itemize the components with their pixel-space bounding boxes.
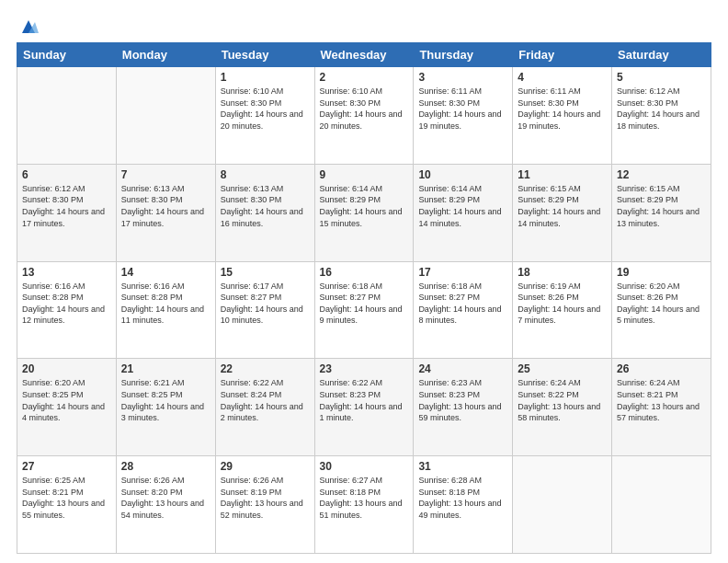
calendar-week-3: 13Sunrise: 6:16 AM Sunset: 8:28 PM Dayli…: [17, 261, 711, 359]
day-number: 30: [320, 460, 409, 473]
day-number: 6: [22, 168, 111, 181]
day-number: 29: [221, 460, 310, 473]
day-info: Sunrise: 6:20 AM Sunset: 8:26 PM Dayligh…: [617, 281, 706, 327]
day-info: Sunrise: 6:14 AM Sunset: 8:29 PM Dayligh…: [320, 183, 409, 229]
calendar-day: 24Sunrise: 6:23 AM Sunset: 8:23 PM Dayli…: [414, 359, 513, 456]
day-header-monday: Monday: [116, 43, 215, 67]
logo-text: [17, 17, 39, 39]
day-info: Sunrise: 6:10 AM Sunset: 8:30 PM Dayligh…: [221, 86, 310, 132]
day-number: 9: [320, 168, 409, 181]
day-info: Sunrise: 6:28 AM Sunset: 8:18 PM Dayligh…: [418, 475, 507, 521]
calendar-day: 1Sunrise: 6:10 AM Sunset: 8:30 PM Daylig…: [215, 67, 314, 165]
day-number: 16: [320, 266, 409, 279]
calendar-day: 14Sunrise: 6:16 AM Sunset: 8:28 PM Dayli…: [116, 261, 215, 359]
calendar-week-4: 20Sunrise: 6:20 AM Sunset: 8:25 PM Dayli…: [17, 359, 711, 456]
day-info: Sunrise: 6:18 AM Sunset: 8:27 PM Dayligh…: [418, 281, 507, 327]
calendar-week-2: 6Sunrise: 6:12 AM Sunset: 8:30 PM Daylig…: [17, 164, 711, 261]
day-number: 5: [617, 71, 706, 84]
calendar-day: 25Sunrise: 6:24 AM Sunset: 8:22 PM Dayli…: [513, 359, 612, 456]
day-header-sunday: Sunday: [17, 43, 117, 67]
day-number: 31: [418, 460, 507, 473]
day-number: 11: [518, 168, 607, 181]
calendar-day: 8Sunrise: 6:13 AM Sunset: 8:30 PM Daylig…: [215, 164, 314, 261]
day-info: Sunrise: 6:10 AM Sunset: 8:30 PM Dayligh…: [320, 86, 409, 132]
calendar-day: 6Sunrise: 6:12 AM Sunset: 8:30 PM Daylig…: [17, 164, 117, 261]
calendar-day: 26Sunrise: 6:24 AM Sunset: 8:21 PM Dayli…: [612, 359, 711, 456]
page: SundayMondayTuesdayWednesdayThursdayFrid…: [0, 0, 728, 563]
day-number: 15: [221, 266, 310, 279]
calendar-day: 15Sunrise: 6:17 AM Sunset: 8:27 PM Dayli…: [215, 261, 314, 359]
calendar-day: 20Sunrise: 6:20 AM Sunset: 8:25 PM Dayli…: [17, 359, 117, 456]
calendar-day: 28Sunrise: 6:26 AM Sunset: 8:20 PM Dayli…: [116, 456, 215, 554]
day-number: 8: [221, 168, 310, 181]
day-header-thursday: Thursday: [414, 43, 513, 67]
calendar-day: 21Sunrise: 6:21 AM Sunset: 8:25 PM Dayli…: [116, 359, 215, 456]
calendar-header: SundayMondayTuesdayWednesdayThursdayFrid…: [17, 43, 711, 67]
day-info: Sunrise: 6:24 AM Sunset: 8:22 PM Dayligh…: [518, 377, 607, 423]
day-number: 4: [518, 71, 607, 84]
calendar-day: 13Sunrise: 6:16 AM Sunset: 8:28 PM Dayli…: [17, 261, 117, 359]
day-number: 2: [320, 71, 409, 84]
calendar-table: SundayMondayTuesdayWednesdayThursdayFrid…: [17, 42, 711, 554]
calendar-day: 17Sunrise: 6:18 AM Sunset: 8:27 PM Dayli…: [414, 261, 513, 359]
day-info: Sunrise: 6:12 AM Sunset: 8:30 PM Dayligh…: [617, 86, 706, 132]
day-number: 1: [221, 71, 310, 84]
day-number: 3: [418, 71, 507, 84]
day-number: 26: [617, 362, 706, 375]
calendar-day: [513, 456, 612, 554]
logo: [17, 17, 39, 35]
day-info: Sunrise: 6:16 AM Sunset: 8:28 PM Dayligh…: [22, 281, 111, 327]
day-info: Sunrise: 6:26 AM Sunset: 8:20 PM Dayligh…: [121, 475, 210, 521]
day-info: Sunrise: 6:15 AM Sunset: 8:29 PM Dayligh…: [518, 183, 607, 229]
calendar-day: 3Sunrise: 6:11 AM Sunset: 8:30 PM Daylig…: [414, 67, 513, 165]
calendar-day: 30Sunrise: 6:27 AM Sunset: 8:18 PM Dayli…: [314, 456, 414, 554]
calendar-day: 11Sunrise: 6:15 AM Sunset: 8:29 PM Dayli…: [513, 164, 612, 261]
calendar-day: [612, 456, 711, 554]
day-info: Sunrise: 6:12 AM Sunset: 8:30 PM Dayligh…: [22, 183, 111, 229]
day-number: 21: [121, 362, 210, 375]
day-info: Sunrise: 6:20 AM Sunset: 8:25 PM Dayligh…: [22, 377, 111, 423]
day-info: Sunrise: 6:26 AM Sunset: 8:19 PM Dayligh…: [221, 475, 310, 521]
calendar-day: 16Sunrise: 6:18 AM Sunset: 8:27 PM Dayli…: [314, 261, 414, 359]
calendar-day: 10Sunrise: 6:14 AM Sunset: 8:29 PM Dayli…: [414, 164, 513, 261]
calendar-day: [116, 67, 215, 165]
calendar-day: 29Sunrise: 6:26 AM Sunset: 8:19 PM Dayli…: [215, 456, 314, 554]
calendar-day: 23Sunrise: 6:22 AM Sunset: 8:23 PM Dayli…: [314, 359, 414, 456]
day-number: 7: [121, 168, 210, 181]
day-number: 18: [518, 266, 607, 279]
day-info: Sunrise: 6:18 AM Sunset: 8:27 PM Dayligh…: [320, 281, 409, 327]
day-number: 20: [22, 362, 111, 375]
day-number: 17: [418, 266, 507, 279]
calendar-day: 12Sunrise: 6:15 AM Sunset: 8:29 PM Dayli…: [612, 164, 711, 261]
calendar-day: [17, 67, 117, 165]
day-number: 12: [617, 168, 706, 181]
day-info: Sunrise: 6:22 AM Sunset: 8:24 PM Dayligh…: [221, 377, 310, 423]
day-number: 13: [22, 266, 111, 279]
day-info: Sunrise: 6:13 AM Sunset: 8:30 PM Dayligh…: [121, 183, 210, 229]
day-number: 19: [617, 266, 706, 279]
day-info: Sunrise: 6:22 AM Sunset: 8:23 PM Dayligh…: [320, 377, 409, 423]
day-header-friday: Friday: [513, 43, 612, 67]
logo-icon: [18, 17, 39, 37]
day-number: 23: [320, 362, 409, 375]
day-info: Sunrise: 6:14 AM Sunset: 8:29 PM Dayligh…: [418, 183, 507, 229]
day-info: Sunrise: 6:11 AM Sunset: 8:30 PM Dayligh…: [418, 86, 507, 132]
day-info: Sunrise: 6:19 AM Sunset: 8:26 PM Dayligh…: [518, 281, 607, 327]
calendar-day: 18Sunrise: 6:19 AM Sunset: 8:26 PM Dayli…: [513, 261, 612, 359]
calendar-day: 4Sunrise: 6:11 AM Sunset: 8:30 PM Daylig…: [513, 67, 612, 165]
header: [17, 17, 711, 35]
day-info: Sunrise: 6:11 AM Sunset: 8:30 PM Dayligh…: [518, 86, 607, 132]
day-header-saturday: Saturday: [612, 43, 711, 67]
day-info: Sunrise: 6:17 AM Sunset: 8:27 PM Dayligh…: [221, 281, 310, 327]
day-headers-row: SundayMondayTuesdayWednesdayThursdayFrid…: [17, 43, 711, 67]
calendar-body: 1Sunrise: 6:10 AM Sunset: 8:30 PM Daylig…: [17, 67, 711, 554]
day-info: Sunrise: 6:24 AM Sunset: 8:21 PM Dayligh…: [617, 377, 706, 423]
calendar-day: 31Sunrise: 6:28 AM Sunset: 8:18 PM Dayli…: [414, 456, 513, 554]
day-number: 24: [418, 362, 507, 375]
day-info: Sunrise: 6:27 AM Sunset: 8:18 PM Dayligh…: [320, 475, 409, 521]
day-number: 28: [121, 460, 210, 473]
day-info: Sunrise: 6:15 AM Sunset: 8:29 PM Dayligh…: [617, 183, 706, 229]
day-number: 27: [22, 460, 111, 473]
day-info: Sunrise: 6:16 AM Sunset: 8:28 PM Dayligh…: [121, 281, 210, 327]
calendar-week-5: 27Sunrise: 6:25 AM Sunset: 8:21 PM Dayli…: [17, 456, 711, 554]
